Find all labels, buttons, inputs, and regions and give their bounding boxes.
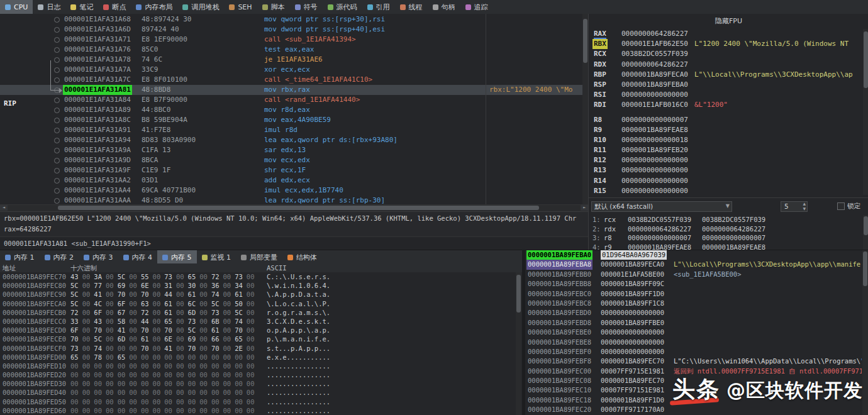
scrollbar-thumb[interactable] (58, 206, 539, 210)
tab-struct[interactable]: 结构体 (282, 250, 322, 264)
tab-call-stack[interactable]: 调用堆栈 (177, 0, 224, 14)
register-row[interactable]: RSI0000000000000000 (589, 90, 868, 100)
lock-toggle[interactable]: 锁定 (837, 202, 860, 211)
dump-row[interactable]: 0000001BA89FED10000000000000000000000000… (0, 362, 522, 370)
register-row[interactable]: R120000000000000000 (589, 155, 868, 165)
breakpoint-dot[interactable] (54, 47, 60, 53)
scrollbar-thumb[interactable] (583, 19, 587, 63)
argument-count-stepper[interactable]: 5 ▲▼ (781, 201, 808, 212)
stack-row[interactable]: 0000001BA89FEBD00000000000000000 (525, 308, 868, 318)
scrollbar-thumb[interactable] (863, 252, 867, 286)
breakpoint-dot[interactable] (54, 108, 60, 113)
stack-row[interactable]: 0000001BA89FEC2000007FF9717170A0 (525, 405, 868, 414)
tab-locals[interactable]: 局部变量 (236, 250, 282, 264)
breakpoint-dot[interactable] (54, 77, 60, 83)
breakpoint-dot[interactable] (54, 148, 60, 153)
dump-row[interactable]: 0000001BA89FEC805C00770069006E0031003000… (0, 281, 522, 290)
tab-log[interactable]: 日志 (33, 0, 65, 14)
disasm-row[interactable]: 000001E1AFA31AA469CA 40771B00imul ecx,ed… (0, 185, 588, 196)
dump-row[interactable]: 0000001BA89FED20000000000000000000000000… (0, 370, 522, 379)
breakpoint-dot[interactable] (54, 37, 60, 43)
stack-row[interactable]: 0000001BA89FEBC80000001BA89FF1C8 (525, 299, 868, 308)
hide-fpu-button[interactable]: 隐藏FPU (589, 16, 868, 26)
tab-threads[interactable]: 线程 (395, 0, 428, 14)
tab-breakpoints[interactable]: 断点 (98, 0, 131, 14)
breakpoint-dot[interactable] (54, 17, 60, 23)
disassembly-vertical-scrollbar[interactable] (582, 14, 588, 205)
register-row[interactable]: R140000000000000000 (589, 176, 868, 186)
dump-row[interactable]: 0000001BA89FECC0330043005800440065007300… (0, 317, 522, 326)
dump-row[interactable]: 0000001BA89FEC7043003A005C00550073006500… (0, 272, 522, 281)
dump-row[interactable]: 0000001BA89FECF0730074000000700041007000… (0, 344, 522, 353)
disasm-row[interactable]: 000001E1AFA31A8148:8BD8mov rbx,raxrbx:L"… (0, 85, 588, 95)
register-row[interactable]: R150000000000000000 (589, 186, 868, 196)
breakpoint-dot[interactable] (54, 27, 60, 33)
register-row[interactable]: RBP0000001BA89FECA0L"\\Local\\Programs\\… (589, 70, 868, 80)
calling-convention-select[interactable]: 默认 (x64 fastcall) ▼ (591, 201, 732, 212)
registers-scrollbar[interactable] (863, 29, 868, 195)
disasm-row[interactable]: 000001E1AFA31A7A33C9xor ecx,ecx (0, 65, 588, 75)
register-row[interactable]: RCX0038B2DC0557F039 (589, 49, 868, 59)
stack-row[interactable]: 0000001BA89FEBA001D964BA0A967039 (525, 250, 868, 260)
register-row[interactable]: RAX0000000064286227 (589, 29, 868, 39)
disasm-row[interactable]: 000001E1AFA31A7685C0test eax,eax (0, 45, 588, 55)
disasm-row[interactable]: 000001E1AFA31A9AC1FA 13sar edx,13 (0, 145, 588, 155)
register-row[interactable]: RSP0000001BA89FEBA0 (589, 80, 868, 90)
tab-memory-map[interactable]: 内存布局 (131, 0, 177, 14)
register-row[interactable]: RDI000001E1AFB016C0&L"1200" (589, 100, 868, 110)
disasm-row[interactable]: 000001E1AFA31A84E8 B7F90000call <rand_1E… (0, 95, 588, 105)
tab-dump-4[interactable]: 内存 4 (118, 250, 158, 264)
dump-row[interactable]: 0000001BA89FECB072006F006700720061006D00… (0, 308, 522, 317)
stack-row[interactable]: 0000001BA89FEBD80000001BA89FFBE0 (525, 318, 868, 328)
disassembly-horizontal-scrollbar[interactable]: ◄ ► (0, 204, 588, 211)
breakpoint-dot[interactable] (54, 168, 60, 174)
disasm-row[interactable]: 000001E1AFA31A9141:F7E8imul r8d (0, 125, 588, 135)
tab-dump-3[interactable]: 内存 3 (79, 250, 118, 264)
register-row[interactable]: R100000000000000018 (589, 135, 868, 145)
tab-handles[interactable]: 句柄 (428, 0, 460, 14)
tab-symbols[interactable]: 符号 (290, 0, 323, 14)
disasm-row[interactable]: 000001E1AFA31A8CB8 59BE904Amov eax,4A90B… (0, 115, 588, 125)
scroll-left-icon[interactable]: ◄ (0, 205, 8, 211)
tab-dump-2[interactable]: 内存 2 (40, 250, 79, 264)
disasm-row[interactable]: 000001E1AFA31A8944:8BC0mov r8d,eax (0, 105, 588, 115)
dump-row[interactable]: 0000001BA89FED60000000000000000000000000… (0, 406, 522, 415)
disasm-row[interactable]: 000001E1AFA31A7874 6Cje 1E1AFA31AE6 (0, 55, 588, 65)
stepper-arrows-icon[interactable]: ▲▼ (803, 201, 806, 211)
registers-splitter[interactable] (589, 197, 868, 198)
tab-notes[interactable]: 笔记 (65, 0, 98, 14)
register-row[interactable]: RBX000001E1AFB62E50L"1200 2400 \"Mozilla… (589, 39, 868, 49)
stack-row[interactable]: 0000001BA89FEBE00000000000000000 (525, 328, 868, 337)
scrollbar-thumb[interactable] (864, 216, 868, 235)
dump-row[interactable]: 0000001BA89FEC905C0041007000700044006100… (0, 290, 522, 299)
tab-source[interactable]: 源代码 (323, 0, 362, 14)
tab-trace[interactable]: 追踪 (460, 0, 493, 14)
disasm-row[interactable]: 000001E1AFA31A71E8 1EF90000call <sub_1E1… (0, 35, 588, 45)
scrollbar-thumb[interactable] (864, 31, 868, 88)
register-row[interactable]: R90000001BA89FEAE8 (589, 125, 868, 135)
dump-row[interactable]: 0000001BA89FECA05C004C006F00630061006C00… (0, 299, 522, 308)
disasm-row[interactable]: 000001E1AFA31A9D8BCAmov ecx,edx (0, 155, 588, 165)
disassembly-pane[interactable]: 000001E1AFA31A6848:897424 30mov qword pt… (0, 14, 588, 211)
dump-row[interactable]: 0000001BA89FECE070005C006D0061006E006900… (0, 335, 522, 343)
tab-dump-1[interactable]: 内存 1 (0, 250, 40, 264)
arguments-scrollbar[interactable] (863, 215, 868, 250)
disasm-row[interactable]: 000001E1AFA31A948D83 803A0900lea eax,qwo… (0, 135, 588, 145)
dump-row[interactable]: 0000001BA89FECD06F0070004100700070005C00… (0, 326, 522, 335)
breakpoint-dot[interactable] (54, 118, 60, 123)
stack-row[interactable]: 0000001BA89FEBB80000001BA89FF09C (525, 279, 868, 289)
tab-dump-5[interactable]: 内存 5 (157, 250, 197, 264)
argument-row[interactable]: 3:r800000000000000070000000000000007 (589, 233, 868, 243)
stack-row[interactable]: 0000001BA89FEBC00000001BA89FF1D0 (525, 289, 868, 299)
argument-row[interactable]: 1:rcx0038B2DC0557F0390038B2DC0557F039 (589, 215, 868, 224)
dump-row[interactable]: 0000001BA89FED50000000000000000000000000… (0, 397, 522, 406)
tab-seh[interactable]: SEH (224, 0, 257, 14)
stack-row[interactable]: 0000001BA89FEBF00000000000000000 (525, 347, 868, 357)
breakpoint-dot[interactable] (54, 138, 60, 143)
breakpoint-dot[interactable] (54, 128, 60, 133)
lock-checkbox[interactable] (837, 202, 845, 210)
argument-row[interactable]: 4:r90000001BA89FEAE80000001BA89FEAE8 (589, 243, 868, 250)
argument-row[interactable]: 2:rdx00000000642862270000000064286227 (589, 224, 868, 234)
disasm-row[interactable]: 000001E1AFA31A6D897424 40mov dword ptr s… (0, 25, 588, 35)
breakpoint-dot[interactable] (54, 97, 60, 103)
